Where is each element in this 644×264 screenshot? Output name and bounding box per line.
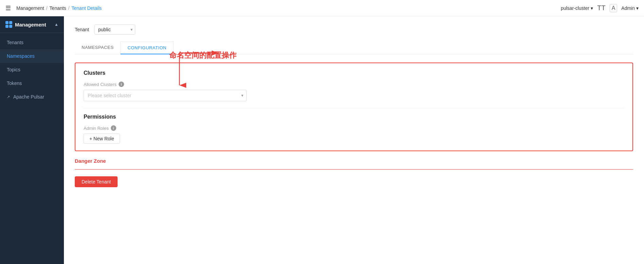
tab-namespaces[interactable]: NAMESPACES	[75, 41, 120, 54]
admin-label: Admin	[621, 5, 635, 11]
sidebar-item-label: Apache Pulsar	[13, 94, 44, 100]
sidebar-item-tokens[interactable]: Tokens	[0, 76, 64, 90]
tenant-label: Tenant	[75, 27, 89, 32]
hamburger-icon[interactable]: ☰	[5, 4, 11, 12]
admin-roles-info-icon[interactable]: i	[111, 125, 116, 131]
new-role-button[interactable]: + New Role	[84, 134, 120, 144]
breadcrumb: Management / Tenants / Tenant Details	[16, 5, 102, 11]
brand-label: Management	[15, 22, 46, 28]
delete-tenant-button[interactable]: Delete Tenant	[75, 176, 118, 187]
nav-left: ☰ Management / Tenants / Tenant Details	[5, 4, 102, 12]
top-nav: ☰ Management / Tenants / Tenant Details …	[0, 0, 644, 16]
permissions-section-title: Permissions	[84, 114, 624, 120]
danger-zone-title: Danger Zone	[75, 158, 633, 164]
cluster-select-wrapper: ▾ Please select cluster	[84, 90, 247, 101]
lang-icon[interactable]: A	[610, 4, 617, 12]
breadcrumb-sep1: /	[46, 5, 48, 11]
cluster-selector-label: pulsar-cluster	[561, 5, 589, 11]
admin-menu[interactable]: Admin ▾	[621, 5, 639, 11]
danger-zone: Danger Zone Delete Tenant	[75, 158, 633, 187]
allowed-clusters-info-icon[interactable]: i	[119, 82, 124, 87]
allowed-clusters-label: Allowed Clusters i	[84, 82, 624, 87]
external-link-icon: ↗	[7, 95, 10, 99]
nav-right: pulsar-cluster ▾ TT A Admin ▾	[561, 4, 639, 12]
sidebar-item-label: Tokens	[7, 81, 22, 86]
sidebar-item-label: Tenants	[7, 40, 23, 45]
tab-configuration[interactable]: CONFIGURATION	[120, 41, 174, 54]
cluster-chevron-icon: ▾	[591, 5, 593, 11]
sidebar-item-topics[interactable]: Topics	[0, 63, 64, 76]
section-divider	[84, 108, 624, 108]
breadcrumb-management[interactable]: Management	[16, 5, 44, 11]
cluster-selector[interactable]: pulsar-cluster ▾	[561, 5, 593, 11]
admin-chevron-icon: ▾	[636, 5, 639, 11]
layout: Management ▲ Tenants Namespaces Topics T…	[0, 16, 644, 264]
tabs-bar: NAMESPACES CONFIGURATION	[75, 41, 633, 54]
sidebar-brand: Management ▲	[0, 16, 64, 33]
sidebar-item-label: Topics	[7, 67, 20, 72]
config-panel: Clusters Allowed Clusters i ▾ Please sel…	[75, 63, 633, 151]
text-size-icon[interactable]: TT	[597, 4, 605, 12]
breadcrumb-tenant-details[interactable]: Tenant Details	[72, 5, 102, 11]
sidebar-item-label: Namespaces	[7, 53, 35, 59]
cluster-dropdown[interactable]	[84, 90, 247, 101]
clusters-section-title: Clusters	[84, 70, 624, 76]
tenant-select-wrapper: public ▾	[94, 24, 135, 35]
breadcrumb-sep2: /	[68, 5, 70, 11]
tenant-row: Tenant public ▾	[75, 24, 633, 35]
danger-divider	[75, 169, 633, 170]
sidebar-item-apache-pulsar[interactable]: ↗ Apache Pulsar	[0, 90, 64, 104]
sidebar-item-tenants[interactable]: Tenants	[0, 36, 64, 49]
sidebar: Management ▲ Tenants Namespaces Topics T…	[0, 16, 64, 264]
sidebar-nav: Tenants Namespaces Topics Tokens ↗ Apach…	[0, 33, 64, 106]
brand-icon	[5, 21, 12, 28]
sidebar-item-namespaces[interactable]: Namespaces	[0, 49, 64, 63]
main-content: Tenant public ▾ NAMESPACES CONFIGURATION…	[64, 16, 644, 264]
brand-chevron-icon: ▲	[54, 22, 58, 27]
tenant-select[interactable]: public	[94, 24, 135, 35]
breadcrumb-tenants[interactable]: Tenants	[50, 5, 66, 11]
admin-roles-label: Admin Roles i	[84, 125, 624, 131]
